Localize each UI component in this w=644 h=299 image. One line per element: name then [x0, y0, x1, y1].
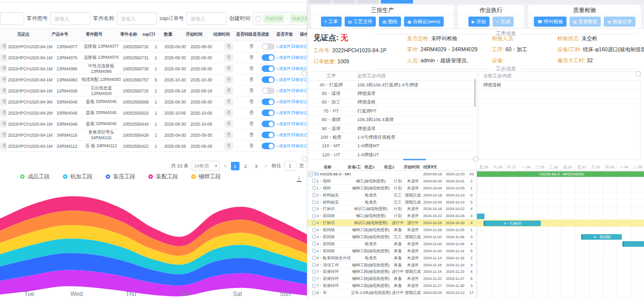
ready-toggle[interactable]	[262, 121, 275, 127]
gantt-row[interactable]: − 4・装码块 铆焊工段(核电制造部) 具备 未进序 2024-11-28 20…	[307, 227, 476, 234]
action-button[interactable]: ▧图纸	[379, 17, 401, 27]
tab[interactable]	[308, 0, 331, 4]
tab[interactable]	[357, 0, 379, 4]
table-row[interactable]: 否 2022HPCH1020-84-2M 33RM4046 盖板 33RM404…	[0, 108, 307, 119]
edit-record-link[interactable]: 修改记录	[292, 88, 307, 93]
ready-toggle[interactable]	[262, 65, 275, 72]
part-drawing-input[interactable]	[50, 12, 91, 25]
kit-link[interactable]: ⌂成套性	[276, 55, 291, 60]
step-row[interactable]: 90・清理 焊缝清理	[309, 125, 477, 133]
gantt-row[interactable]: − 4・装码块 铆焊工段(核电制造部) 完工 按期完成 2024-11-02 2…	[307, 234, 476, 241]
kit-link[interactable]: ⌂成套性	[276, 88, 291, 93]
ready-toggle[interactable]	[262, 43, 275, 50]
kit-link[interactable]: ⌂成套性	[276, 66, 291, 71]
splitter-handle[interactable]	[473, 156, 478, 162]
splitter-handle[interactable]	[302, 156, 307, 162]
gantt-bar[interactable]: 4・打标识	[484, 221, 541, 226]
action-button[interactable]: ☎呼叫检验	[534, 17, 567, 27]
sap-order-input[interactable]	[186, 12, 226, 25]
kit-link[interactable]: ⌂成套性	[276, 133, 291, 137]
date-checkbox[interactable]	[256, 16, 261, 22]
gantt-row[interactable]: − 4・装码块 检查员 具备 未进序 2024-11-05 2024-11-09	[307, 241, 476, 248]
action-button[interactable]: ✓完成	[493, 17, 514, 27]
action-button[interactable]: ▶开始	[468, 17, 490, 27]
legend-item[interactable]: 装配工段	[148, 173, 178, 180]
action-button[interactable]: ▤检验记录	[604, 17, 635, 27]
horizontal-scrollbar[interactable]	[403, 159, 426, 160]
splitter-handle[interactable]	[635, 71, 641, 76]
edit-record-link[interactable]: 修改记录	[292, 77, 307, 82]
table-row[interactable]: 否 2022HPCH1020-84-1M 13RM4077 连接板 13RM40…	[0, 41, 307, 52]
scrollbar[interactable]	[474, 79, 476, 107]
edit-record-link[interactable]: 修改记录	[292, 133, 307, 137]
kit-link[interactable]: ⌂成套性	[276, 144, 291, 148]
ready-toggle[interactable]	[262, 110, 275, 116]
page-size-select[interactable]: 10条/页▾	[192, 161, 220, 171]
end-date-field[interactable]: 结束日期	[290, 14, 307, 23]
edit-record-link[interactable]: 修改记录	[292, 99, 307, 104]
gantt-row[interactable]: − 4・打标识 标识工(核电制造部) 进行中 进行中 2024-10-26 20…	[307, 220, 476, 227]
tab-active[interactable]	[381, 0, 413, 4]
step-row[interactable]: 60・加工 焊缝清根	[309, 98, 477, 107]
table-row[interactable]: 否 2022HPCH1020-84-1M 34RM4112 压 板 34RM41…	[0, 141, 307, 152]
action-button[interactable]: ▦合格证(wms)	[404, 17, 444, 27]
gantt-row[interactable]: − 1・领料 铆工(核电制造部) 计划 未进序 2024-09-29 2024-…	[307, 178, 476, 185]
edit-record-link[interactable]: 修改记录	[292, 55, 307, 60]
legend-item[interactable]: 装压工段	[106, 173, 135, 180]
kit-link[interactable]: ⌂成套性	[276, 99, 291, 104]
gantt-row[interactable]: − 6・清理工件 铆焊工段(核电制造部) 具备 未进序 2024-11-16 2…	[307, 262, 476, 269]
gantt-row[interactable]: − 7・装保持环 铆焊工段(核电制造部) 进行中 按期完成 2024-11-19…	[307, 268, 476, 275]
step-row[interactable]: 70・PT 打底焊PT	[309, 107, 477, 116]
kit-link[interactable]: ⌂成套性	[276, 122, 291, 126]
page-button[interactable]: 2	[242, 162, 250, 170]
prev-page-button[interactable]: <	[223, 163, 228, 169]
gantt-bar[interactable]: 4・装码块	[581, 234, 622, 240]
action-button[interactable]: ▤工艺文件	[345, 17, 376, 27]
table-row[interactable]: 否 2022HPCH1020-84-1M 33RM4046 盖板 33RM404…	[0, 119, 307, 130]
start-date-field[interactable]: 开始日期	[263, 14, 284, 23]
step-row[interactable]: 110・MT 1-4焊缝MT	[309, 142, 477, 151]
filter-input-cut[interactable]	[0, 12, 24, 25]
ready-toggle[interactable]	[262, 76, 275, 83]
edit-record-link[interactable]: 修改记录	[292, 111, 307, 115]
gantt-bar[interactable]	[476, 214, 485, 219]
action-button[interactable]: ▥质量数据	[570, 17, 601, 27]
date-range-picker[interactable]: 开始日期 - 结束日期	[253, 12, 307, 25]
gantt-row[interactable]: − 2・材料核实 检查员 完工 按期完成 2024-10-18 2024-10-…	[307, 192, 476, 199]
step-row[interactable]: 40・打底焊 106.3和106.4打底焊1-4号焊缝	[309, 81, 477, 89]
next-page-button[interactable]: >	[264, 163, 269, 169]
table-row[interactable]: 否 2022HPCH1020-84-1M 13RM4086 中性点连接板 13R…	[0, 63, 307, 74]
ready-toggle[interactable]	[262, 54, 275, 61]
gantt-row[interactable]: − 5・检查码块全外径 检查员 具备 未进序 2024-11-14 2024-1…	[307, 255, 476, 262]
table-row[interactable]: 否 2022HPCH1020-84-1M 13RM4076 连接板 13RM40…	[0, 52, 307, 63]
gantt-bar[interactable]: H1026-66-3 - MHZ2A6300	[476, 171, 644, 177]
edit-record-link[interactable]: 修改记录	[292, 144, 307, 148]
table-row[interactable]: 否 2022HPCH1020-84-3M 33RM4046 盖板 33RM404…	[0, 96, 307, 108]
table-row[interactable]: 否 2022HPCH1020-84-1M 34RM4116 直角等径弯头 34R…	[0, 130, 307, 141]
ready-toggle[interactable]	[262, 132, 275, 138]
table-row[interactable]: 否 2022HPCH1020-84-1M 13RM4083 电缆装配 13RM4…	[0, 74, 307, 85]
gantt-row[interactable]: − 8・车 立车-2.5米(核电制造部) 进行中 按期完成 2024-09-25…	[307, 289, 476, 296]
step-row[interactable]: 120・UT 1-4焊缝UT	[309, 151, 477, 159]
gantt-row[interactable]: − 7・装保持环 铆焊工段(核电制造部) 具备 未进序 2024-11-22 2…	[307, 275, 476, 282]
legend-item[interactable]: 机加工段	[63, 173, 93, 180]
ready-toggle[interactable]	[262, 87, 275, 94]
step-row[interactable]: 50・清理 焊缝清理	[309, 89, 477, 98]
table-row[interactable]: 否 2022HPCH1020-84-1M 12RM4028 主出线盒盖 12RM…	[0, 85, 307, 96]
goto-page-input[interactable]: 1	[284, 161, 296, 171]
gantt-row[interactable]: − 3・打标识 标识工(核电制造部) 计划 未进序 2024-10-18 202…	[307, 206, 476, 213]
tab[interactable]	[333, 0, 355, 4]
page-button[interactable]: 3	[252, 162, 261, 170]
edit-record-link[interactable]: 修改记录	[292, 66, 307, 71]
gantt-row[interactable]: − 4・装码块 铆焊工段(核电制造部) 具备 未进序 2024-11-09 20…	[307, 248, 476, 255]
step-row[interactable]: 80・满焊 106.3和106.4满焊	[309, 116, 477, 125]
edit-record-link[interactable]: 修改记录	[292, 44, 307, 49]
gantt-row[interactable]: − 4・装码块 铆工(核电制造部) 计划 未进序 2024-10-22 2024…	[307, 213, 476, 220]
page-button[interactable]: 1	[231, 162, 239, 170]
edit-record-link[interactable]: 修改记录	[292, 122, 307, 126]
part-name-input[interactable]	[117, 12, 157, 25]
kit-link[interactable]: ⌂成套性	[276, 44, 291, 49]
legend-item[interactable]: 成品工段	[20, 173, 50, 180]
gantt-row[interactable]: − 2・材料核实 检查员 完工 按期完成 2024-10-09 2024-10-…	[307, 199, 476, 206]
legend-item[interactable]: 铆焊工段	[191, 173, 221, 180]
